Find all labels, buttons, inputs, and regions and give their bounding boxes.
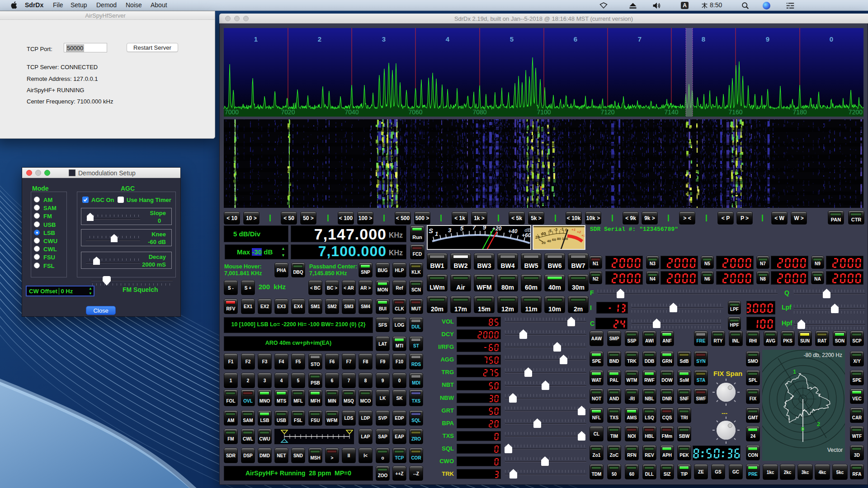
svg-text:9: 9 bbox=[483, 225, 486, 231]
svg-text:5: 5 bbox=[460, 225, 464, 232]
svg-text:40: 40 bbox=[541, 231, 546, 236]
svg-text:-1: -1 bbox=[560, 227, 564, 231]
svg-text:3: 3 bbox=[382, 35, 386, 43]
svg-text:7120: 7120 bbox=[600, 108, 614, 116]
svg-text:0: 0 bbox=[801, 426, 804, 432]
svg-text:7060: 7060 bbox=[408, 108, 422, 116]
svg-text:7200: 7200 bbox=[849, 108, 863, 116]
svg-text:Vector: Vector bbox=[827, 447, 843, 453]
svg-text:+3: +3 bbox=[581, 234, 585, 238]
svg-text:2: 2 bbox=[817, 421, 820, 427]
svg-text:+20: +20 bbox=[492, 225, 502, 232]
svg-text:+40: +40 bbox=[508, 228, 518, 235]
svg-text:7020: 7020 bbox=[281, 108, 295, 116]
svg-text:7140: 7140 bbox=[664, 108, 678, 116]
svg-text:5: 5 bbox=[510, 35, 514, 43]
svg-text:80: 80 bbox=[557, 237, 561, 241]
svg-text:60: 60 bbox=[552, 238, 556, 242]
svg-text:S: S bbox=[429, 227, 433, 235]
svg-text:1: 1 bbox=[254, 35, 258, 43]
svg-text:9: 9 bbox=[766, 35, 769, 43]
svg-text:4: 4 bbox=[446, 35, 450, 43]
svg-text:6: 6 bbox=[574, 35, 577, 43]
svg-text:7100: 7100 bbox=[537, 108, 551, 116]
svg-text:20: 20 bbox=[535, 235, 540, 239]
svg-text:7180: 7180 bbox=[793, 108, 807, 116]
svg-text:2: 2 bbox=[318, 35, 321, 43]
svg-text:7080: 7080 bbox=[472, 108, 486, 116]
svg-text:7160: 7160 bbox=[728, 108, 742, 116]
svg-text:7: 7 bbox=[472, 225, 476, 231]
svg-text:+1: +1 bbox=[571, 228, 576, 232]
svg-text:20: 20 bbox=[542, 241, 546, 245]
svg-text:3: 3 bbox=[448, 227, 452, 234]
svg-text:-3: -3 bbox=[554, 227, 557, 232]
svg-text:dB: dB bbox=[524, 227, 531, 233]
svg-text:1: 1 bbox=[435, 230, 438, 237]
svg-text:+60: +60 bbox=[522, 232, 531, 239]
svg-text:0: 0 bbox=[830, 35, 833, 43]
svg-text:7040: 7040 bbox=[344, 108, 359, 116]
svg-text:+2: +2 bbox=[577, 230, 581, 234]
svg-text:-80 db, 2200 Hz: -80 db, 2200 Hz bbox=[804, 352, 842, 358]
svg-text:7: 7 bbox=[638, 35, 642, 43]
svg-text:-5: -5 bbox=[548, 229, 552, 233]
svg-text:1: 1 bbox=[793, 368, 796, 375]
svg-text:8: 8 bbox=[702, 35, 705, 43]
svg-text:40: 40 bbox=[547, 239, 551, 243]
svg-text:7000: 7000 bbox=[225, 108, 239, 116]
